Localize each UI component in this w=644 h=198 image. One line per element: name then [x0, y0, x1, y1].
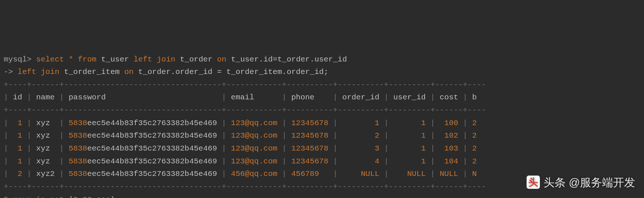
watermark-text: 头条 @服务端开发 [544, 173, 635, 192]
watermark-icon: 头 [527, 176, 540, 189]
query-line-2: -> left join t_order_item on t_order.ord… [4, 66, 640, 79]
query-line-1: mysql> select * from t_user left join t_… [4, 53, 640, 66]
result-summary: 5 rows in set (0.00 sec) [4, 194, 640, 198]
table-row: | 1 | xyz | 5838eec5e44b83f35c2763382b45… [4, 155, 640, 168]
table-border: +----+------+---------------------------… [4, 104, 640, 117]
table-border: +----+------+---------------------------… [4, 79, 640, 92]
watermark: 头 头条 @服务端开发 [527, 173, 635, 192]
table-row: | 1 | xyz | 5838eec5e44b83f35c2763382b45… [4, 130, 640, 142]
table-header: | id | name | password | email | phone |… [4, 91, 640, 104]
table-row: | 1 | xyz | 5838eec5e44b83f35c2763382b45… [4, 117, 640, 130]
table-row: | 1 | xyz | 5838eec5e44b83f35c2763382b45… [4, 142, 640, 155]
